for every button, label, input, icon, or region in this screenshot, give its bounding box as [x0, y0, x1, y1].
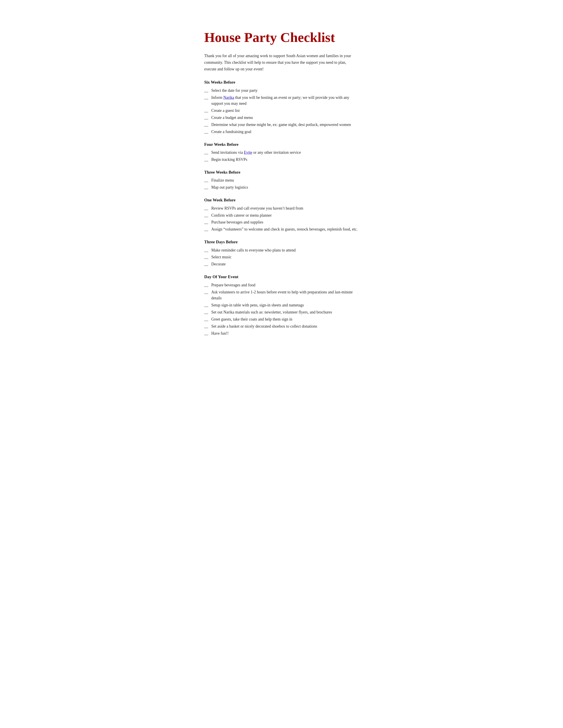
checklist-item: __ Select music [204, 254, 359, 260]
checkbox-symbol: __ [204, 108, 210, 114]
checkbox-symbol: __ [204, 122, 210, 128]
item-text: Have fun!! [211, 330, 359, 337]
checklist-item: __ Create a guest list [204, 108, 359, 114]
item-text: Inform Narika that you will be hosting a… [211, 95, 359, 107]
checklist-item: __ Begin tracking RSVPs [204, 157, 359, 163]
checklist-item: __ Determine what your theme might be, e… [204, 122, 359, 128]
checkbox-symbol: __ [204, 261, 210, 267]
intro-text: Thank you for all of your amazing work t… [204, 53, 359, 72]
checkbox-symbol: __ [204, 254, 210, 260]
checkbox-symbol: __ [204, 115, 210, 121]
item-text: Ask volunteers to arrive 1-2 hours befor… [211, 289, 359, 302]
item-text: Create a guest list [211, 108, 359, 114]
checklist-item: __ Purchase beverages and supplies [204, 219, 359, 225]
checklist-item: __ Greet guests, take their coats and he… [204, 316, 359, 323]
section-title-three-days: Three Days Before [204, 239, 359, 245]
checkbox-symbol: __ [204, 205, 210, 212]
link-evite[interactable]: Evite [244, 150, 252, 155]
checkbox-symbol: __ [204, 212, 210, 219]
checkbox-symbol: __ [204, 226, 210, 233]
section-six-weeks: Six Weeks Before__ Select the date for y… [204, 79, 359, 135]
checkbox-symbol: __ [204, 129, 210, 135]
checklist-item: __ Select the date for your party [204, 88, 359, 94]
checkbox-symbol: __ [204, 289, 210, 295]
checkbox-symbol: __ [204, 247, 210, 253]
item-text: Select the date for your party [211, 88, 359, 94]
item-text: Prepare beverages and food [211, 282, 359, 288]
item-text: Purchase beverages and supplies [211, 219, 359, 225]
item-text: Send invitations via Evite or any other … [211, 150, 359, 156]
checkbox-symbol: __ [204, 157, 210, 163]
checklist-item: __ Setup sign-in table with pens, sign-i… [204, 302, 359, 308]
item-text: Set aside a basket or nicely decorated s… [211, 323, 359, 330]
checkbox-symbol: __ [204, 302, 210, 308]
checkbox-symbol: __ [204, 88, 210, 94]
page-title: House Party Checklist [204, 26, 359, 48]
checkbox-symbol: __ [204, 282, 210, 288]
item-text: Set out Narika materials such as: newsle… [211, 309, 359, 315]
checklist-item: __ Decorate [204, 261, 359, 267]
item-text: Greet guests, take their coats and help … [211, 316, 359, 323]
checklist-item: __ Create a fundraising goal [204, 129, 359, 135]
section-three-weeks: Three Weeks Before__ Finalize menu__ Map… [204, 169, 359, 191]
checklist-item: __ Inform Narika that you will be hostin… [204, 95, 359, 107]
checkbox-symbol: __ [204, 330, 210, 337]
checklist-item: __ Set out Narika materials such as: new… [204, 309, 359, 315]
checklist-item: __ Make reminder calls to everyone who p… [204, 247, 359, 253]
section-title-four-weeks: Four Weeks Before [204, 141, 359, 148]
item-text: Finalize menu [211, 177, 359, 184]
item-text: Determine what your theme might be, ex: … [211, 122, 359, 128]
item-text: Make reminder calls to everyone who plan… [211, 247, 359, 253]
checklist-item: __ Review RSVPs and call everyone you ha… [204, 205, 359, 212]
item-text: Create a budget and menu [211, 115, 359, 121]
checklist-item: __ Finalize menu [204, 177, 359, 184]
section-title-day-of: Day Of Your Event [204, 274, 359, 280]
checkbox-symbol: __ [204, 95, 210, 101]
section-three-days: Three Days Before__ Make reminder calls … [204, 239, 359, 267]
item-text: Confirm with caterer or menu planner [211, 212, 359, 219]
section-title-three-weeks: Three Weeks Before [204, 169, 359, 176]
item-text: Setup sign-in table with pens, sign-in s… [211, 302, 359, 308]
checklist-item: __ Ask volunteers to arrive 1-2 hours be… [204, 289, 359, 302]
checkbox-symbol: __ [204, 184, 210, 191]
item-text: Decorate [211, 261, 359, 267]
section-day-of: Day Of Your Event__ Prepare beverages an… [204, 274, 359, 337]
checklist-item: __ Confirm with caterer or menu planner [204, 212, 359, 219]
checkbox-symbol: __ [204, 177, 210, 184]
checkbox-symbol: __ [204, 316, 210, 323]
checklist-item: __ Map out party logistics [204, 184, 359, 191]
checklist-container: Six Weeks Before__ Select the date for y… [204, 79, 359, 337]
checklist-item: __ Send invitations via Evite or any oth… [204, 150, 359, 156]
link-narika[interactable]: Narika [223, 95, 234, 100]
item-text: Create a fundraising goal [211, 129, 359, 135]
checkbox-symbol: __ [204, 150, 210, 156]
item-text: Select music [211, 254, 359, 260]
section-title-six-weeks: Six Weeks Before [204, 79, 359, 86]
item-text: Map out party logistics [211, 184, 359, 191]
checklist-item: __ Prepare beverages and food [204, 282, 359, 288]
checkbox-symbol: __ [204, 309, 210, 315]
checklist-item: __ Create a budget and menu [204, 115, 359, 121]
section-title-one-week: One Week Before [204, 197, 359, 203]
section-one-week: One Week Before__ Review RSVPs and call … [204, 197, 359, 233]
checkbox-symbol: __ [204, 323, 210, 330]
item-text: Assign “volunteers” to welcome and check… [211, 226, 359, 233]
checklist-item: __ Have fun!! [204, 330, 359, 337]
section-four-weeks: Four Weeks Before__ Send invitations via… [204, 141, 359, 163]
checklist-item: __ Assign “volunteers” to welcome and ch… [204, 226, 359, 233]
item-text: Review RSVPs and call everyone you haven… [211, 205, 359, 212]
item-text: Begin tracking RSVPs [211, 157, 359, 163]
checkbox-symbol: __ [204, 219, 210, 225]
checklist-item: __ Set aside a basket or nicely decorate… [204, 323, 359, 330]
